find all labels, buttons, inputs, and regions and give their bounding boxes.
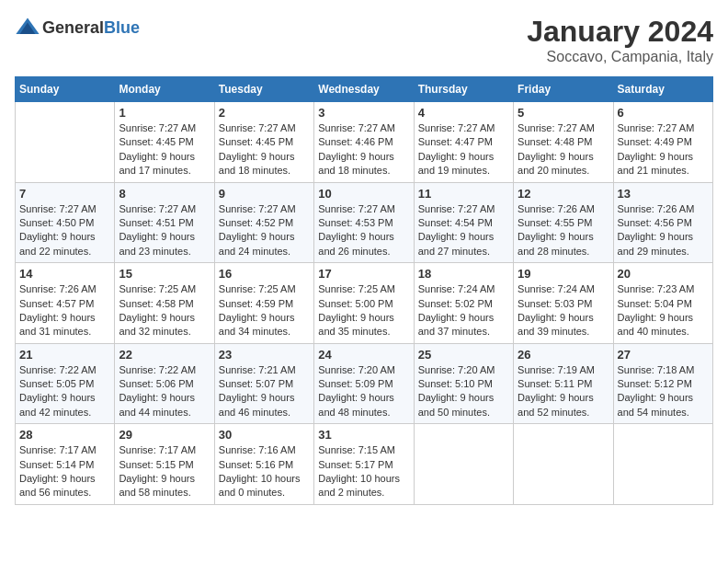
calendar-cell: 28Sunrise: 7:17 AM Sunset: 5:14 PM Dayli… xyxy=(16,424,115,505)
day-number: 4 xyxy=(418,106,509,120)
day-number: 29 xyxy=(119,428,210,442)
calendar-cell: 10Sunrise: 7:27 AM Sunset: 4:53 PM Dayli… xyxy=(314,182,414,263)
day-number: 7 xyxy=(19,187,110,201)
day-info: Sunrise: 7:27 AM Sunset: 4:54 PM Dayligh… xyxy=(418,202,509,259)
calendar-cell: 4Sunrise: 7:27 AM Sunset: 4:47 PM Daylig… xyxy=(414,102,513,183)
day-info: Sunrise: 7:25 AM Sunset: 4:59 PM Dayligh… xyxy=(219,282,310,339)
day-info: Sunrise: 7:24 AM Sunset: 5:03 PM Dayligh… xyxy=(518,282,609,339)
calendar-header: SundayMondayTuesdayWednesdayThursdayFrid… xyxy=(16,77,713,102)
day-number: 5 xyxy=(518,106,609,120)
day-number: 13 xyxy=(618,187,709,201)
calendar-cell: 26Sunrise: 7:19 AM Sunset: 5:11 PM Dayli… xyxy=(514,343,613,424)
day-number: 17 xyxy=(318,267,409,281)
day-info: Sunrise: 7:20 AM Sunset: 5:09 PM Dayligh… xyxy=(318,363,409,420)
day-info: Sunrise: 7:17 AM Sunset: 5:15 PM Dayligh… xyxy=(119,443,210,500)
day-number: 27 xyxy=(618,348,709,362)
calendar-cell: 11Sunrise: 7:27 AM Sunset: 4:54 PM Dayli… xyxy=(414,182,513,263)
day-number: 11 xyxy=(418,187,509,201)
day-info: Sunrise: 7:27 AM Sunset: 4:46 PM Dayligh… xyxy=(318,121,409,178)
weekday-header-saturday: Saturday xyxy=(613,77,712,102)
calendar-cell: 16Sunrise: 7:25 AM Sunset: 4:59 PM Dayli… xyxy=(214,263,313,344)
day-info: Sunrise: 7:27 AM Sunset: 4:51 PM Dayligh… xyxy=(119,202,210,259)
calendar-cell: 30Sunrise: 7:16 AM Sunset: 5:16 PM Dayli… xyxy=(214,424,313,505)
day-number: 30 xyxy=(219,428,310,442)
calendar-cell: 3Sunrise: 7:27 AM Sunset: 4:46 PM Daylig… xyxy=(314,102,414,183)
logo: GeneralBlue xyxy=(15,15,140,40)
location-title: Soccavo, Campania, Italy xyxy=(527,49,713,65)
day-info: Sunrise: 7:19 AM Sunset: 5:11 PM Dayligh… xyxy=(518,363,609,420)
day-info: Sunrise: 7:27 AM Sunset: 4:53 PM Dayligh… xyxy=(318,202,409,259)
calendar-cell: 18Sunrise: 7:24 AM Sunset: 5:02 PM Dayli… xyxy=(414,263,513,344)
day-info: Sunrise: 7:27 AM Sunset: 4:49 PM Dayligh… xyxy=(618,121,709,178)
day-info: Sunrise: 7:26 AM Sunset: 4:55 PM Dayligh… xyxy=(518,202,609,259)
day-info: Sunrise: 7:18 AM Sunset: 5:12 PM Dayligh… xyxy=(618,363,709,420)
day-number: 19 xyxy=(518,267,609,281)
day-info: Sunrise: 7:21 AM Sunset: 5:07 PM Dayligh… xyxy=(219,363,310,420)
day-info: Sunrise: 7:22 AM Sunset: 5:05 PM Dayligh… xyxy=(19,363,110,420)
day-info: Sunrise: 7:25 AM Sunset: 4:58 PM Dayligh… xyxy=(119,282,210,339)
day-number: 21 xyxy=(19,348,110,362)
day-number: 1 xyxy=(119,106,210,120)
weekday-header-thursday: Thursday xyxy=(414,77,513,102)
weekday-row: SundayMondayTuesdayWednesdayThursdayFrid… xyxy=(16,77,713,102)
day-info: Sunrise: 7:27 AM Sunset: 4:45 PM Dayligh… xyxy=(219,121,310,178)
day-info: Sunrise: 7:27 AM Sunset: 4:45 PM Dayligh… xyxy=(119,121,210,178)
weekday-header-sunday: Sunday xyxy=(16,77,115,102)
page-header: GeneralBlue January 2024 Soccavo, Campan… xyxy=(15,15,713,65)
day-number: 18 xyxy=(418,267,509,281)
calendar-cell: 20Sunrise: 7:23 AM Sunset: 5:04 PM Dayli… xyxy=(613,263,712,344)
calendar-cell: 25Sunrise: 7:20 AM Sunset: 5:10 PM Dayli… xyxy=(414,343,513,424)
day-info: Sunrise: 7:15 AM Sunset: 5:17 PM Dayligh… xyxy=(318,443,409,500)
calendar-cell: 2Sunrise: 7:27 AM Sunset: 4:45 PM Daylig… xyxy=(214,102,313,183)
calendar-week-3: 21Sunrise: 7:22 AM Sunset: 5:05 PM Dayli… xyxy=(16,343,713,424)
day-info: Sunrise: 7:27 AM Sunset: 4:52 PM Dayligh… xyxy=(219,202,310,259)
day-number: 28 xyxy=(19,428,110,442)
calendar-cell xyxy=(16,102,115,183)
day-number: 15 xyxy=(119,267,210,281)
day-number: 24 xyxy=(318,348,409,362)
day-info: Sunrise: 7:17 AM Sunset: 5:14 PM Dayligh… xyxy=(19,443,110,500)
calendar-week-4: 28Sunrise: 7:17 AM Sunset: 5:14 PM Dayli… xyxy=(16,424,713,505)
calendar-cell: 27Sunrise: 7:18 AM Sunset: 5:12 PM Dayli… xyxy=(613,343,712,424)
weekday-header-monday: Monday xyxy=(115,77,214,102)
calendar-cell: 21Sunrise: 7:22 AM Sunset: 5:05 PM Dayli… xyxy=(16,343,115,424)
day-info: Sunrise: 7:22 AM Sunset: 5:06 PM Dayligh… xyxy=(119,363,210,420)
calendar-cell: 24Sunrise: 7:20 AM Sunset: 5:09 PM Dayli… xyxy=(314,343,414,424)
calendar-cell: 19Sunrise: 7:24 AM Sunset: 5:03 PM Dayli… xyxy=(514,263,613,344)
day-info: Sunrise: 7:26 AM Sunset: 4:57 PM Dayligh… xyxy=(19,282,110,339)
day-info: Sunrise: 7:23 AM Sunset: 5:04 PM Dayligh… xyxy=(618,282,709,339)
calendar-cell xyxy=(613,424,712,505)
day-number: 26 xyxy=(518,348,609,362)
day-number: 23 xyxy=(219,348,310,362)
day-number: 9 xyxy=(219,187,310,201)
calendar-cell: 13Sunrise: 7:26 AM Sunset: 4:56 PM Dayli… xyxy=(613,182,712,263)
calendar-cell xyxy=(414,424,513,505)
day-info: Sunrise: 7:26 AM Sunset: 4:56 PM Dayligh… xyxy=(618,202,709,259)
calendar-cell: 8Sunrise: 7:27 AM Sunset: 4:51 PM Daylig… xyxy=(115,182,214,263)
day-info: Sunrise: 7:27 AM Sunset: 4:50 PM Dayligh… xyxy=(19,202,110,259)
calendar-cell: 29Sunrise: 7:17 AM Sunset: 5:15 PM Dayli… xyxy=(115,424,214,505)
day-number: 31 xyxy=(318,428,409,442)
calendar-cell xyxy=(514,424,613,505)
calendar-cell: 1Sunrise: 7:27 AM Sunset: 4:45 PM Daylig… xyxy=(115,102,214,183)
calendar-cell: 5Sunrise: 7:27 AM Sunset: 4:48 PM Daylig… xyxy=(514,102,613,183)
day-info: Sunrise: 7:16 AM Sunset: 5:16 PM Dayligh… xyxy=(219,443,310,500)
calendar-cell: 7Sunrise: 7:27 AM Sunset: 4:50 PM Daylig… xyxy=(16,182,115,263)
calendar-cell: 15Sunrise: 7:25 AM Sunset: 4:58 PM Dayli… xyxy=(115,263,214,344)
day-number: 12 xyxy=(518,187,609,201)
logo-icon xyxy=(15,15,40,40)
weekday-header-friday: Friday xyxy=(514,77,613,102)
day-info: Sunrise: 7:27 AM Sunset: 4:47 PM Dayligh… xyxy=(418,121,509,178)
calendar-week-1: 7Sunrise: 7:27 AM Sunset: 4:50 PM Daylig… xyxy=(16,182,713,263)
calendar-week-0: 1Sunrise: 7:27 AM Sunset: 4:45 PM Daylig… xyxy=(16,102,713,183)
day-number: 25 xyxy=(418,348,509,362)
calendar-table: SundayMondayTuesdayWednesdayThursdayFrid… xyxy=(15,76,713,505)
day-number: 22 xyxy=(119,348,210,362)
calendar-cell: 12Sunrise: 7:26 AM Sunset: 4:55 PM Dayli… xyxy=(514,182,613,263)
day-number: 6 xyxy=(618,106,709,120)
day-number: 14 xyxy=(19,267,110,281)
day-number: 3 xyxy=(318,106,409,120)
logo-text-blue: Blue xyxy=(104,18,140,37)
day-info: Sunrise: 7:24 AM Sunset: 5:02 PM Dayligh… xyxy=(418,282,509,339)
calendar-cell: 9Sunrise: 7:27 AM Sunset: 4:52 PM Daylig… xyxy=(214,182,313,263)
